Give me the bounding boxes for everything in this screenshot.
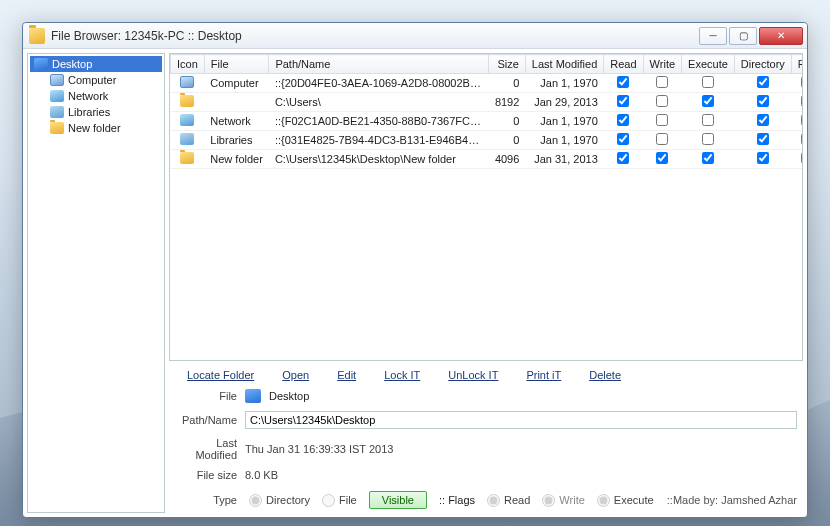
col-header[interactable]: Read bbox=[604, 55, 643, 74]
folder-tree[interactable]: Desktop ComputerNetworkLibrariesNew fold… bbox=[27, 53, 165, 513]
cell-mod: Jan 1, 1970 bbox=[525, 112, 603, 131]
desktop-icon bbox=[245, 389, 261, 403]
window-buttons: ─ ▢ ✕ bbox=[699, 27, 803, 45]
col-header[interactable]: Last Modified bbox=[525, 55, 603, 74]
radio-directory[interactable]: Directory bbox=[249, 494, 310, 507]
table-row[interactable]: Network::{F02C1A0D-BE21-4350-88B0-7367FC… bbox=[171, 112, 804, 131]
flag-checkbox[interactable] bbox=[617, 114, 629, 126]
flag-checkbox[interactable] bbox=[656, 133, 668, 145]
path-input[interactable] bbox=[245, 411, 797, 429]
tree-label: Network bbox=[68, 90, 108, 102]
window-title: File Browser: 12345k-PC :: Desktop bbox=[51, 29, 699, 43]
tree-node[interactable]: Libraries bbox=[30, 104, 162, 120]
file-grid[interactable]: IconFilePath/NameSizeLast ModifiedReadWr… bbox=[169, 53, 803, 361]
table-row[interactable]: Computer::{20D04FE0-3AEA-1069-A2D8-08002… bbox=[171, 74, 804, 93]
col-header[interactable]: File bbox=[791, 55, 803, 74]
visible-button[interactable]: Visible bbox=[369, 491, 427, 509]
table-row[interactable]: Libraries::{031E4825-7B94-4DC3-B131-E946… bbox=[171, 131, 804, 150]
radio-read[interactable]: Read bbox=[487, 494, 530, 507]
cell-mod: Jan 31, 2013 bbox=[525, 150, 603, 169]
flag-checkbox[interactable] bbox=[702, 133, 714, 145]
tree-label: New folder bbox=[68, 122, 121, 134]
table-row[interactable]: New folderC:\Users\12345k\Desktop\New fo… bbox=[171, 150, 804, 169]
desktop-icon bbox=[34, 58, 48, 70]
detail-size: File size 8.0 KB bbox=[169, 467, 803, 483]
flag-checkbox[interactable] bbox=[757, 95, 769, 107]
action-link[interactable]: Open bbox=[282, 369, 309, 381]
tree-node-desktop[interactable]: Desktop bbox=[30, 56, 162, 72]
cell-size: 0 bbox=[489, 74, 525, 93]
flag-checkbox[interactable] bbox=[757, 133, 769, 145]
col-header[interactable]: Size bbox=[489, 55, 525, 74]
radio-write[interactable]: Write bbox=[542, 494, 584, 507]
row-icon bbox=[180, 152, 194, 164]
flag-checkbox[interactable] bbox=[617, 133, 629, 145]
flag-checkbox[interactable] bbox=[617, 95, 629, 107]
flag-checkbox[interactable] bbox=[801, 95, 803, 107]
tree-node[interactable]: Computer bbox=[30, 72, 162, 88]
flag-checkbox[interactable] bbox=[757, 114, 769, 126]
action-link[interactable]: Lock IT bbox=[384, 369, 420, 381]
flag-checkbox[interactable] bbox=[656, 152, 668, 164]
action-link[interactable]: Print iT bbox=[526, 369, 561, 381]
action-link[interactable]: Edit bbox=[337, 369, 356, 381]
col-header[interactable]: Execute bbox=[682, 55, 735, 74]
minimize-button[interactable]: ─ bbox=[699, 27, 727, 45]
flag-checkbox[interactable] bbox=[702, 95, 714, 107]
path-label: Path/Name bbox=[175, 414, 237, 426]
cell-path: ::{F02C1A0D-BE21-4350-88B0-7367FC96EF... bbox=[269, 112, 489, 131]
flag-checkbox[interactable] bbox=[656, 95, 668, 107]
col-header[interactable]: Write bbox=[643, 55, 681, 74]
flag-checkbox[interactable] bbox=[801, 114, 803, 126]
flag-checkbox[interactable] bbox=[757, 152, 769, 164]
flag-checkbox[interactable] bbox=[757, 76, 769, 88]
size-label: File size bbox=[175, 469, 237, 481]
action-link[interactable]: Locate Folder bbox=[187, 369, 254, 381]
cell-path: C:\Users\12345k\Desktop\New folder bbox=[269, 150, 489, 169]
right-panel: IconFilePath/NameSizeLast ModifiedReadWr… bbox=[169, 53, 803, 513]
table-row[interactable]: C:\Users\8192Jan 29, 2013 bbox=[171, 93, 804, 112]
folder-icon bbox=[50, 74, 64, 86]
tree-node[interactable]: Network bbox=[30, 88, 162, 104]
detail-path: Path/Name bbox=[169, 409, 803, 431]
flag-checkbox[interactable] bbox=[617, 76, 629, 88]
detail-file: File Desktop bbox=[169, 387, 803, 405]
flag-checkbox[interactable] bbox=[801, 152, 803, 164]
cell-file: New folder bbox=[204, 150, 269, 169]
flag-checkbox[interactable] bbox=[617, 152, 629, 164]
cell-file: Network bbox=[204, 112, 269, 131]
flag-checkbox[interactable] bbox=[656, 76, 668, 88]
flag-checkbox[interactable] bbox=[801, 133, 803, 145]
tree-label: Libraries bbox=[68, 106, 110, 118]
main-area: Desktop ComputerNetworkLibrariesNew fold… bbox=[23, 49, 807, 517]
close-button[interactable]: ✕ bbox=[759, 27, 803, 45]
action-link[interactable]: UnLock IT bbox=[448, 369, 498, 381]
radio-execute[interactable]: Execute bbox=[597, 494, 654, 507]
cell-size: 4096 bbox=[489, 150, 525, 169]
folder-icon bbox=[50, 90, 64, 102]
cell-path: ::{20D04FE0-3AEA-1069-A2D8-08002B3030... bbox=[269, 74, 489, 93]
maximize-button[interactable]: ▢ bbox=[729, 27, 757, 45]
action-link[interactable]: Delete bbox=[589, 369, 621, 381]
size-value: 8.0 KB bbox=[245, 469, 797, 481]
col-header[interactable]: Path/Name bbox=[269, 55, 489, 74]
titlebar[interactable]: File Browser: 12345k-PC :: Desktop ─ ▢ ✕ bbox=[23, 23, 807, 49]
col-header[interactable]: Icon bbox=[171, 55, 205, 74]
tree-label: Desktop bbox=[52, 58, 92, 70]
flag-checkbox[interactable] bbox=[702, 76, 714, 88]
col-header[interactable]: File bbox=[204, 55, 269, 74]
radio-file[interactable]: File bbox=[322, 494, 357, 507]
row-icon bbox=[180, 133, 194, 145]
row-icon bbox=[180, 76, 194, 88]
flag-checkbox[interactable] bbox=[801, 76, 803, 88]
col-header[interactable]: Directory bbox=[734, 55, 791, 74]
cell-size: 8192 bbox=[489, 93, 525, 112]
row-icon bbox=[180, 114, 194, 126]
cell-size: 0 bbox=[489, 131, 525, 150]
made-by: ::Made by: Jamshed Azhar bbox=[667, 494, 797, 506]
tree-node[interactable]: New folder bbox=[30, 120, 162, 136]
flag-checkbox[interactable] bbox=[702, 152, 714, 164]
flag-checkbox[interactable] bbox=[702, 114, 714, 126]
flag-checkbox[interactable] bbox=[656, 114, 668, 126]
cell-mod: Jan 1, 1970 bbox=[525, 131, 603, 150]
